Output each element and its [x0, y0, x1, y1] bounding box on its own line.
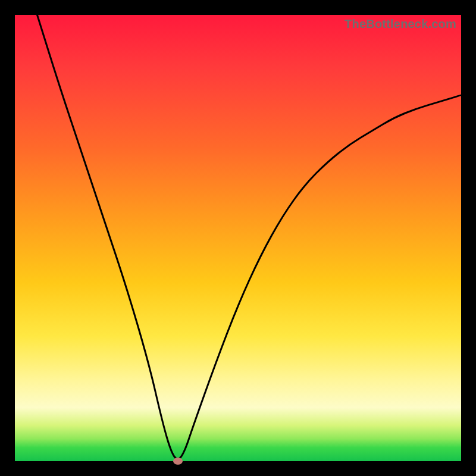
- chart-frame: TheBottleneck.com: [0, 0, 476, 476]
- optimal-point-marker: [173, 458, 183, 465]
- bottleneck-curve: [15, 15, 461, 461]
- curve-path: [37, 15, 462, 459]
- plot-area: TheBottleneck.com: [15, 15, 461, 461]
